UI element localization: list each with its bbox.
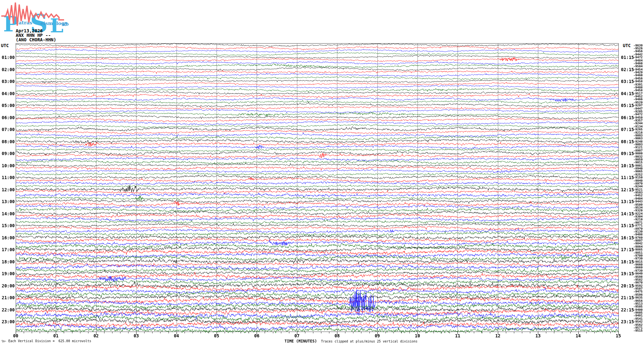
x-axis-tick-label: 09 — [370, 334, 384, 338]
left-time-label: 22:00 — [1, 308, 15, 312]
x-axis-tick-label: 11 — [450, 334, 465, 338]
left-time-label: 07:00 — [1, 128, 15, 132]
left-time-label: 04:00 — [1, 92, 15, 96]
left-time-label: 11:00 — [1, 176, 15, 180]
left-time-label: 03:00 — [1, 79, 15, 84]
footer-clip-note: Traces clipped at plus/minus 25 vertical… — [321, 340, 417, 343]
x-axis-tick-label: 08 — [330, 334, 344, 338]
left-time-label: 02:00 — [1, 68, 15, 72]
left-time-label: 16:00 — [1, 236, 15, 240]
left-time-label: 09:00 — [1, 152, 15, 156]
left-time-label: 14:00 — [1, 212, 15, 216]
left-time-label: 23:00 — [1, 320, 15, 324]
right-time-label: 19:15 — [621, 272, 635, 276]
left-time-label: 01:00 — [1, 55, 15, 60]
right-time-label: 20:15 — [621, 284, 635, 288]
x-axis-tick-label: 14 — [571, 334, 585, 338]
right-time-label: 02:15 — [621, 68, 635, 72]
right-time-label: 13:15 — [621, 200, 635, 204]
left-time-label: 19:00 — [1, 272, 15, 276]
footer-trace-mark-icon — [1, 339, 6, 343]
right-time-label: 04:15 — [621, 92, 635, 96]
right-time-label: 10:15 — [621, 164, 635, 168]
right-time-label: 15:15 — [621, 224, 635, 228]
left-time-label: 20:00 — [1, 284, 15, 288]
right-time-label: 17:15 — [621, 248, 635, 252]
right-time-label: 22:15 — [621, 308, 635, 312]
right-time-label: 08:15 — [621, 140, 635, 144]
left-time-label: 17:00 — [1, 248, 15, 252]
right-time-label: 01:15 — [621, 55, 635, 60]
left-time-label: 18:00 — [1, 260, 15, 264]
x-axis-tick-label: 10 — [410, 334, 425, 338]
right-time-label: 09:15 — [621, 152, 635, 156]
right-time-label: 21:15 — [621, 296, 635, 300]
right-time-label: 18:15 — [621, 260, 635, 264]
helicorder-page: P atras S eismology L ab Apr13,2026 ANX … — [0, 0, 644, 346]
trace-offset-value: -9515 — [633, 329, 644, 332]
x-axis-tick-label: 13 — [531, 334, 545, 338]
right-time-label: 07:15 — [621, 128, 635, 132]
left-time-label: 15:00 — [1, 224, 15, 228]
right-time-label: 11:15 — [621, 176, 635, 180]
right-time-label: 06:15 — [621, 116, 635, 120]
x-axis-tick-label: 07 — [290, 334, 304, 338]
x-axis-tick-label: 05 — [210, 334, 224, 338]
left-time-label: 21:00 — [1, 296, 15, 300]
left-time-label: 06:00 — [1, 116, 15, 120]
left-time-label: 05:00 — [1, 103, 15, 108]
seismogram-canvas — [0, 0, 644, 346]
x-axis-tick-label: 02 — [89, 334, 103, 338]
x-axis-tick-label: 01 — [49, 334, 63, 338]
left-time-label: 13:00 — [1, 200, 15, 204]
x-axis-tick-label: 03 — [129, 334, 143, 338]
right-time-label: 23:15 — [621, 320, 635, 324]
left-time-label: 08:00 — [1, 140, 15, 144]
x-axis-title: TIME (MINUTES) — [285, 339, 317, 343]
right-time-label: 16:15 — [621, 236, 635, 240]
x-axis-tick-label: 00 — [9, 334, 23, 338]
right-time-label: 03:15 — [621, 79, 635, 84]
footer-scale-note: Each Vertical Division = 625.00 microvol… — [8, 339, 91, 343]
x-axis-tick-label: 04 — [169, 334, 184, 338]
right-time-label: 14:15 — [621, 212, 635, 216]
x-axis-tick-label: 15 — [611, 334, 625, 338]
right-time-label: 12:15 — [621, 188, 635, 192]
x-axis-tick-label: 06 — [250, 334, 264, 338]
right-time-label: 05:15 — [621, 103, 635, 108]
left-time-label: 10:00 — [1, 164, 15, 168]
x-axis-tick-label: 12 — [491, 334, 505, 338]
left-time-label: 12:00 — [1, 188, 15, 192]
